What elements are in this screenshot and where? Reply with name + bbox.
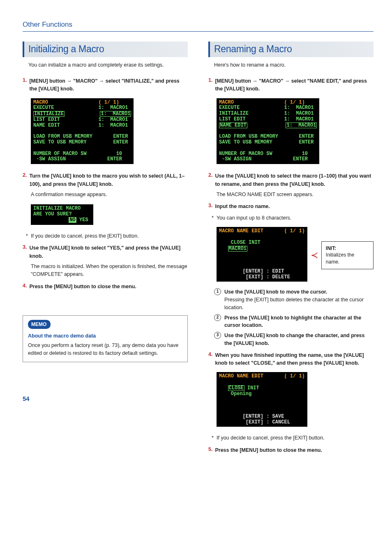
step-text: Turn the [VALUE] knob to the macro you w… <box>29 172 188 188</box>
step-text: [MENU] button → "MACRO" → select "NAME E… <box>215 77 374 93</box>
memo-badge: MEMO <box>28 320 51 329</box>
section-title-initializing: Initializing a Macro <box>23 42 188 57</box>
circled-number: 3 <box>214 332 221 339</box>
substep-text: Pressing the [EXIT] button deletes the c… <box>224 297 364 310</box>
step-number: 5. <box>208 446 212 454</box>
step-number: 1. <box>208 77 212 93</box>
callout-title: INIT: <box>326 245 369 252</box>
step-text: Use the [VALUE] knob to select the macro… <box>215 172 374 188</box>
callout-box: INIT: Initializes the name. <box>321 241 374 269</box>
step-sub-text: The MACRO NAME EDIT screen appears. <box>217 191 374 199</box>
intro-text: Here's how to rename a macro. <box>214 61 374 69</box>
note-body: If you decide to cancel, press the [EXIT… <box>217 435 325 441</box>
substep-body: Press the [VALUE] knob to highlight the … <box>224 314 374 330</box>
step-text: When you have finished inputting the nam… <box>215 352 374 368</box>
step-number: 4. <box>208 352 212 368</box>
note-text: *If you decide to cancel, press the [EXI… <box>212 434 374 442</box>
right-column: Renaming a Macro Here's how to rename a … <box>208 42 374 457</box>
note-text: *If you decide to cancel, press the [EXI… <box>26 232 188 240</box>
step-number: 2. <box>23 172 27 188</box>
step-number: 3. <box>23 244 27 260</box>
lcd-screen-confirm: INITIALIZE MACRO ARE YOU SURE? NO YES <box>31 204 93 224</box>
circled-number: 1 <box>214 288 221 295</box>
lcd-screen-macro: MACRO ( 1/ 1) EXECUTE 1: MACRO1 INITIALI… <box>217 98 319 164</box>
step-text: [MENU] button → "MACRO" → select "INITIA… <box>29 77 188 93</box>
section-title-renaming: Renaming a Macro <box>208 42 374 57</box>
lcd-screen-name-edit: MACRO NAME EDIT ( 1/ 1) CLOSE INIT MACRO… <box>217 227 307 282</box>
lcd-screen-name-edit-close: MACRO NAME EDIT ( 1/ 1) CLOSE INIT Openi… <box>217 372 307 427</box>
substep-body: Use the [VALUE] knob to move the cursor.… <box>224 288 374 311</box>
step-sub-text: A confirmation message appears. <box>31 191 188 199</box>
left-column: Initializing a Macro You can initialize … <box>23 42 188 457</box>
step-text: Input the macro name. <box>215 203 374 210</box>
step-number: 3. <box>208 203 212 210</box>
callout-body: Initializes the name. <box>326 252 369 266</box>
page-header: Other Functions <box>23 21 374 32</box>
step-text: Press the [MENU] button to close the men… <box>215 446 374 454</box>
circled-number: 2 <box>214 314 221 321</box>
note-text: *You can input up to 8 characters. <box>212 214 374 222</box>
note-body: If you decide to cancel, press the [EXIT… <box>31 233 139 239</box>
callout-bracket-icon: ≺ <box>311 251 318 260</box>
step-number: 2. <box>208 172 212 188</box>
substep-bold: Use the [VALUE] knob to move the cursor. <box>224 289 327 295</box>
step-text: Press the [MENU] button to close the men… <box>29 283 188 291</box>
memo-title: About the macro demo data <box>28 332 182 340</box>
note-body: You can input up to 8 characters. <box>217 215 291 221</box>
step-text: Use the [VALUE] knob to select "YES," an… <box>29 244 188 260</box>
lcd-screen-macro: MACRO ( 1/ 1) EXECUTE 1: MACRO1 INITIALI… <box>31 98 134 164</box>
memo-body: Once you perform a factory reset (p. 73)… <box>28 342 182 357</box>
step-sub-text: The macro is initialized. When the opera… <box>31 263 188 279</box>
page-number: 54 <box>23 395 188 402</box>
step-number: 4. <box>23 283 27 291</box>
intro-text: You can initialize a macro and completel… <box>28 61 188 69</box>
substep-body: Use the [VALUE] knob to change the chara… <box>224 332 374 347</box>
memo-box: MEMO About the macro demo data Once you … <box>23 315 188 362</box>
step-number: 1. <box>23 77 27 93</box>
